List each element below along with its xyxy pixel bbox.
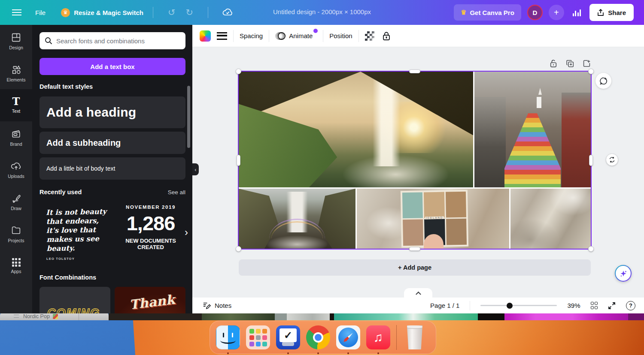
rotate-handle[interactable]	[606, 153, 618, 166]
unlock-page-icon[interactable]	[550, 59, 557, 68]
finder-running-dot	[227, 352, 229, 354]
share-button[interactable]: Share	[589, 4, 634, 21]
transparency-icon[interactable]	[365, 31, 374, 41]
file-menu[interactable]: File	[35, 9, 46, 16]
add-comment-button[interactable]	[595, 73, 611, 89]
add-heading-card[interactable]: Add a heading	[39, 96, 185, 128]
animate-icon	[275, 32, 286, 40]
sidebar-item-apps[interactable]: Apps	[0, 250, 32, 282]
notes-button[interactable]: Notes	[203, 301, 231, 310]
dock-item-finder[interactable]	[215, 325, 241, 350]
dock-item-music[interactable]: ♫	[365, 325, 391, 350]
safari-running-dot	[347, 352, 349, 354]
dock-item-launchpad[interactable]	[245, 325, 271, 350]
add-subheading-card[interactable]: Add a subheading	[39, 132, 185, 154]
strip-spacer	[109, 313, 202, 320]
quote-author: LEO TOLSTOY	[46, 257, 113, 261]
lock-icon[interactable]	[382, 31, 391, 41]
photo-blurry-shore[interactable]	[510, 189, 591, 249]
panel-collapse-tab[interactable]: ‹	[192, 163, 199, 175]
position-button[interactable]: Position	[329, 32, 352, 39]
header-divider	[153, 7, 153, 18]
dock-item-trash[interactable]	[402, 325, 428, 350]
canva-window: File ♛ Resize & Magic Switch ↺ ↻ Untitle…	[0, 0, 644, 313]
editor-toolbar: Spacing Animate Position	[192, 25, 644, 47]
insights-chart-icon[interactable]	[573, 9, 581, 16]
macos-dock: ✓ ♫	[210, 321, 436, 354]
selection-handle-bottom[interactable]	[409, 247, 420, 251]
add-page-icon[interactable]	[583, 59, 591, 68]
recent-stat-item[interactable]: NOVEMBER 2019 1,286 NEW DOCUMENTS CREATE…	[116, 202, 185, 266]
photo-cave-waterfall[interactable]	[239, 72, 473, 187]
selection-handle-top-right[interactable]	[588, 69, 594, 74]
undo-icon[interactable]: ↺	[168, 7, 176, 18]
font-combo-thank[interactable]: Thank	[115, 287, 185, 313]
spacing-button[interactable]: Spacing	[240, 32, 263, 39]
home-menu-icon[interactable]	[12, 9, 21, 15]
window-file-icon	[53, 314, 58, 319]
help-button[interactable]: ?	[626, 301, 635, 310]
text-lines-icon[interactable]	[217, 32, 227, 40]
design-icon	[11, 32, 21, 43]
statusbar-collapse-tab[interactable]	[404, 288, 432, 298]
projects-icon	[11, 225, 21, 236]
sidebar-rail: Design Elements T Text Brand	[0, 25, 32, 313]
magic-assistant-button[interactable]	[615, 265, 632, 282]
app-header: File ♛ Resize & Magic Switch ↺ ↻ Untitle…	[0, 0, 644, 25]
add-member-button[interactable]: +	[549, 5, 564, 20]
sidebar-item-brand[interactable]: Brand	[0, 121, 32, 153]
selection-handle-left[interactable]	[237, 155, 240, 166]
design-title[interactable]: Untitled design - 2000px × 1000px	[273, 8, 371, 15]
things-icon: ✓	[276, 325, 300, 349]
things-running-dot	[287, 352, 289, 354]
design-page[interactable]: ICELAND	[239, 72, 591, 249]
quote-text: It is not beauty that endears, it's love…	[46, 207, 114, 253]
statusbar-divider	[470, 301, 470, 310]
sparkle-icon	[619, 269, 628, 278]
grid-view-icon[interactable]	[591, 302, 598, 309]
dock-item-safari[interactable]	[335, 325, 361, 350]
photo-iceland-postcard[interactable]: ICELAND	[357, 189, 509, 249]
avatar[interactable]: D	[527, 5, 543, 20]
photo-skogafoss-waterfall[interactable]	[239, 189, 355, 249]
add-text-box-button[interactable]: Add a text box	[39, 58, 185, 75]
color-picker-swatch[interactable]	[200, 30, 211, 42]
sidebar-label-text: Text	[12, 108, 20, 114]
zoom-slider[interactable]	[480, 305, 557, 306]
add-body-text-card[interactable]: Add a little bit of body text	[39, 157, 185, 180]
duplicate-page-icon[interactable]	[566, 59, 574, 68]
carousel-next-icon[interactable]: ›	[185, 228, 188, 237]
sidebar-item-uploads[interactable]: Uploads	[0, 153, 32, 186]
sidebar-item-projects[interactable]: Projects	[0, 218, 32, 250]
animate-label: Animate	[289, 32, 313, 39]
selection-handle-top[interactable]	[409, 69, 420, 73]
dock-item-things[interactable]: ✓	[275, 325, 301, 350]
selection-handle-bottom-right[interactable]	[588, 246, 594, 252]
toolbar-divider-3	[323, 30, 323, 42]
resize-magic-switch-button[interactable]: Resize & Magic Switch	[74, 9, 143, 16]
dock-item-chrome[interactable]	[305, 325, 331, 350]
search-input[interactable]	[56, 37, 180, 45]
photo-rainbow-path-village[interactable]	[474, 72, 591, 187]
selection-handle-right[interactable]	[589, 155, 593, 166]
elements-icon	[11, 64, 21, 75]
sidebar-item-text[interactable]: T Text	[0, 89, 32, 121]
canvas-workspace[interactable]: ICELAND	[192, 47, 644, 298]
dock-divider	[396, 325, 397, 350]
see-all-link[interactable]: See all	[168, 189, 185, 196]
sidebar-item-elements[interactable]: Elements	[0, 57, 32, 89]
recent-quote-item[interactable]: It is not beauty that endears, it's love…	[39, 202, 116, 266]
search-box[interactable]	[39, 32, 185, 49]
fullscreen-icon[interactable]	[608, 302, 616, 310]
panel-scrollbar[interactable]	[187, 86, 190, 148]
add-page-button[interactable]: + Add page	[239, 259, 591, 276]
font-combo-coming[interactable]: COMING	[39, 287, 110, 313]
animate-button[interactable]: Animate	[275, 32, 317, 40]
redo-icon[interactable]: ↻	[186, 7, 194, 18]
sidebar-item-draw[interactable]: Draw	[0, 186, 32, 218]
sidebar-item-design[interactable]: Design	[0, 25, 32, 57]
selection-handle-top-left[interactable]	[236, 69, 241, 74]
selection-handle-bottom-left[interactable]	[236, 246, 241, 252]
get-canva-pro-button[interactable]: ♛ Get Canva Pro	[454, 4, 521, 21]
zoom-slider-knob[interactable]	[507, 303, 513, 309]
